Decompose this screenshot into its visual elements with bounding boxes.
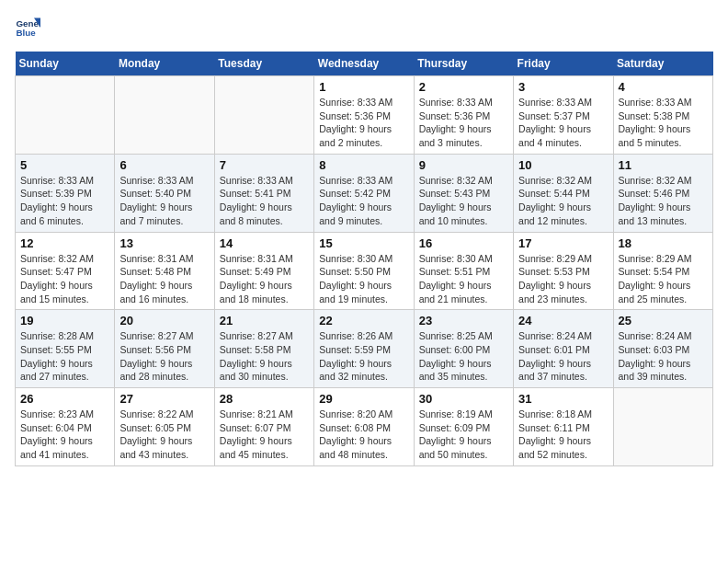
day-info: Sunrise: 8:33 AM Sunset: 5:36 PM Dayligh…	[419, 96, 508, 150]
calendar-cell: 31Sunrise: 8:18 AM Sunset: 6:11 PM Dayli…	[514, 388, 613, 466]
day-info: Sunrise: 8:26 AM Sunset: 5:59 PM Dayligh…	[319, 329, 408, 384]
calendar-cell: 20Sunrise: 8:27 AM Sunset: 5:56 PM Dayli…	[115, 310, 214, 388]
calendar-cell: 23Sunrise: 8:25 AM Sunset: 6:00 PM Dayli…	[414, 310, 513, 388]
calendar-cell: 24Sunrise: 8:24 AM Sunset: 6:01 PM Dayli…	[514, 310, 613, 388]
day-number: 4	[619, 80, 708, 94]
day-info: Sunrise: 8:31 AM Sunset: 5:49 PM Dayligh…	[220, 252, 309, 306]
calendar-cell: 7Sunrise: 8:33 AM Sunset: 5:41 PM Daylig…	[214, 154, 313, 232]
calendar-cell: 5Sunrise: 8:33 AM Sunset: 5:39 PM Daylig…	[16, 154, 115, 232]
weekday-header-row: SundayMondayTuesdayWednesdayThursdayFrid…	[16, 52, 713, 76]
calendar-cell	[16, 76, 115, 155]
day-number: 21	[220, 314, 309, 327]
day-info: Sunrise: 8:24 AM Sunset: 6:03 PM Dayligh…	[619, 329, 708, 384]
calendar-cell: 21Sunrise: 8:27 AM Sunset: 5:58 PM Dayli…	[214, 310, 313, 388]
day-info: Sunrise: 8:32 AM Sunset: 5:44 PM Dayligh…	[518, 174, 608, 228]
day-number: 15	[319, 236, 408, 250]
day-number: 3	[518, 80, 608, 94]
svg-text:Blue: Blue	[16, 28, 36, 38]
day-number: 16	[419, 236, 508, 250]
day-number: 14	[220, 236, 309, 250]
calendar-cell	[214, 76, 313, 155]
day-number: 27	[119, 392, 209, 406]
weekday-header: Thursday	[414, 52, 513, 76]
day-info: Sunrise: 8:33 AM Sunset: 5:42 PM Dayligh…	[319, 174, 408, 228]
calendar-cell: 27Sunrise: 8:22 AM Sunset: 6:05 PM Dayli…	[115, 388, 214, 466]
day-number: 20	[119, 314, 209, 327]
day-number: 17	[518, 236, 608, 250]
calendar-cell: 30Sunrise: 8:19 AM Sunset: 6:09 PM Dayli…	[414, 388, 513, 466]
day-number: 18	[619, 236, 708, 250]
day-number: 7	[220, 158, 309, 172]
day-info: Sunrise: 8:33 AM Sunset: 5:37 PM Dayligh…	[518, 96, 608, 150]
weekday-header: Wednesday	[314, 52, 414, 76]
calendar-week-row: 26Sunrise: 8:23 AM Sunset: 6:04 PM Dayli…	[16, 388, 713, 466]
day-info: Sunrise: 8:33 AM Sunset: 5:36 PM Dayligh…	[319, 96, 408, 150]
calendar-cell: 19Sunrise: 8:28 AM Sunset: 5:55 PM Dayli…	[16, 310, 115, 388]
calendar-cell: 9Sunrise: 8:32 AM Sunset: 5:43 PM Daylig…	[414, 154, 513, 232]
day-number: 25	[619, 314, 708, 327]
day-info: Sunrise: 8:18 AM Sunset: 6:11 PM Dayligh…	[518, 408, 608, 462]
day-info: Sunrise: 8:19 AM Sunset: 6:09 PM Dayligh…	[419, 408, 508, 462]
calendar-cell: 25Sunrise: 8:24 AM Sunset: 6:03 PM Dayli…	[613, 310, 712, 388]
day-number: 10	[518, 158, 608, 172]
weekday-header: Saturday	[613, 52, 712, 76]
calendar-cell: 11Sunrise: 8:32 AM Sunset: 5:46 PM Dayli…	[613, 154, 712, 232]
day-number: 12	[20, 236, 109, 250]
day-info: Sunrise: 8:32 AM Sunset: 5:43 PM Dayligh…	[419, 174, 508, 228]
calendar-cell: 16Sunrise: 8:30 AM Sunset: 5:51 PM Dayli…	[414, 232, 513, 310]
calendar-cell: 26Sunrise: 8:23 AM Sunset: 6:04 PM Dayli…	[16, 388, 115, 466]
day-number: 8	[319, 158, 408, 172]
calendar-cell: 29Sunrise: 8:20 AM Sunset: 6:08 PM Dayli…	[314, 388, 414, 466]
day-number: 29	[319, 392, 408, 406]
day-info: Sunrise: 8:21 AM Sunset: 6:07 PM Dayligh…	[220, 408, 309, 462]
calendar-week-row: 5Sunrise: 8:33 AM Sunset: 5:39 PM Daylig…	[16, 154, 713, 232]
calendar-cell: 17Sunrise: 8:29 AM Sunset: 5:53 PM Dayli…	[514, 232, 613, 310]
day-info: Sunrise: 8:31 AM Sunset: 5:48 PM Dayligh…	[119, 252, 209, 306]
day-info: Sunrise: 8:32 AM Sunset: 5:46 PM Dayligh…	[619, 174, 708, 228]
day-info: Sunrise: 8:25 AM Sunset: 6:00 PM Dayligh…	[419, 329, 508, 384]
day-number: 2	[419, 80, 508, 94]
day-number: 9	[419, 158, 508, 172]
day-number: 5	[20, 158, 109, 172]
calendar-cell	[613, 388, 712, 466]
day-info: Sunrise: 8:32 AM Sunset: 5:47 PM Dayligh…	[20, 252, 109, 306]
calendar-cell: 1Sunrise: 8:33 AM Sunset: 5:36 PM Daylig…	[314, 76, 414, 155]
day-number: 22	[319, 314, 408, 327]
calendar-week-row: 12Sunrise: 8:32 AM Sunset: 5:47 PM Dayli…	[16, 232, 713, 310]
day-info: Sunrise: 8:33 AM Sunset: 5:38 PM Dayligh…	[619, 96, 708, 150]
day-number: 13	[119, 236, 209, 250]
day-number: 26	[20, 392, 109, 406]
calendar-cell: 15Sunrise: 8:30 AM Sunset: 5:50 PM Dayli…	[314, 232, 414, 310]
calendar-week-row: 19Sunrise: 8:28 AM Sunset: 5:55 PM Dayli…	[16, 310, 713, 388]
page-header: General Blue	[15, 15, 713, 40]
day-info: Sunrise: 8:29 AM Sunset: 5:54 PM Dayligh…	[619, 252, 708, 306]
calendar-cell: 12Sunrise: 8:32 AM Sunset: 5:47 PM Dayli…	[16, 232, 115, 310]
calendar-cell: 22Sunrise: 8:26 AM Sunset: 5:59 PM Dayli…	[314, 310, 414, 388]
calendar-cell: 28Sunrise: 8:21 AM Sunset: 6:07 PM Dayli…	[214, 388, 313, 466]
day-number: 11	[619, 158, 708, 172]
day-number: 1	[319, 80, 408, 94]
calendar-cell: 4Sunrise: 8:33 AM Sunset: 5:38 PM Daylig…	[613, 76, 712, 155]
calendar-table: SundayMondayTuesdayWednesdayThursdayFrid…	[15, 52, 713, 466]
logo-icon: General Blue	[15, 15, 40, 40]
calendar-cell	[115, 76, 214, 155]
day-info: Sunrise: 8:28 AM Sunset: 5:55 PM Dayligh…	[20, 329, 109, 384]
day-info: Sunrise: 8:23 AM Sunset: 6:04 PM Dayligh…	[20, 408, 109, 462]
day-number: 30	[419, 392, 508, 406]
logo: General Blue	[15, 15, 44, 40]
weekday-header: Sunday	[16, 52, 115, 76]
calendar-cell: 6Sunrise: 8:33 AM Sunset: 5:40 PM Daylig…	[115, 154, 214, 232]
day-info: Sunrise: 8:33 AM Sunset: 5:41 PM Dayligh…	[220, 174, 309, 228]
day-info: Sunrise: 8:20 AM Sunset: 6:08 PM Dayligh…	[319, 408, 408, 462]
calendar-cell: 10Sunrise: 8:32 AM Sunset: 5:44 PM Dayli…	[514, 154, 613, 232]
day-number: 6	[119, 158, 209, 172]
calendar-cell: 3Sunrise: 8:33 AM Sunset: 5:37 PM Daylig…	[514, 76, 613, 155]
day-number: 19	[20, 314, 109, 327]
day-info: Sunrise: 8:30 AM Sunset: 5:50 PM Dayligh…	[319, 252, 408, 306]
day-number: 31	[518, 392, 608, 406]
day-info: Sunrise: 8:22 AM Sunset: 6:05 PM Dayligh…	[119, 408, 209, 462]
day-number: 24	[518, 314, 608, 327]
day-info: Sunrise: 8:29 AM Sunset: 5:53 PM Dayligh…	[518, 252, 608, 306]
day-info: Sunrise: 8:33 AM Sunset: 5:39 PM Dayligh…	[20, 174, 109, 228]
weekday-header: Tuesday	[214, 52, 313, 76]
